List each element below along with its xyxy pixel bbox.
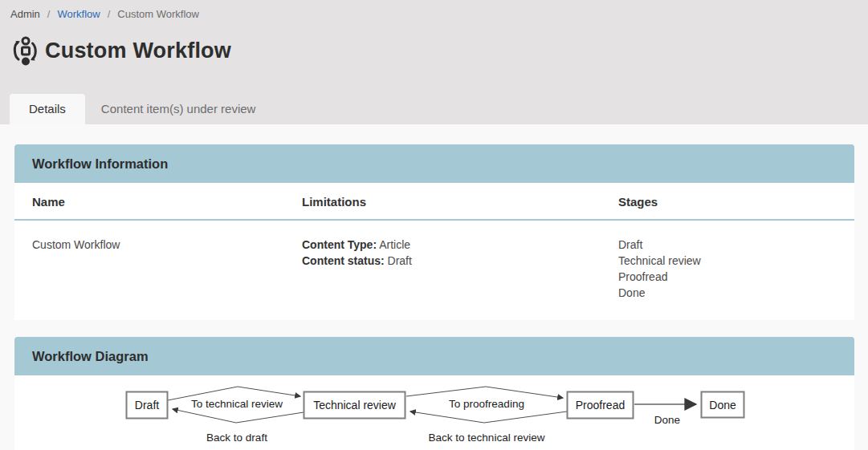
breadcrumb-separator: /	[47, 8, 51, 20]
cell-name: Custom Workflow	[32, 221, 302, 320]
cell-stages: Draft Technical review Proofread Done	[618, 221, 837, 320]
column-header-limitations: Limitations	[302, 183, 618, 219]
page: Admin / Workflow / Custom Workflow	[0, 0, 868, 450]
limitation-content-type: Content Type: Article	[302, 237, 618, 253]
node-label-technical-review: Technical review	[313, 399, 397, 411]
edge-label-to-proofreading: To proofreading	[449, 398, 524, 410]
edge-back-to-technical-review	[410, 411, 567, 423]
workflow-icon	[9, 34, 38, 67]
edge-back-to-draft	[173, 409, 304, 423]
title-row: Custom Workflow	[9, 34, 868, 67]
limitation-value: Article	[379, 238, 410, 251]
workflow-information-panel: Workflow Information Name Limitations St…	[14, 144, 854, 320]
breadcrumb: Admin / Workflow / Custom Workflow	[0, 0, 868, 20]
breadcrumb-item-admin[interactable]: Admin	[10, 8, 40, 20]
table-row: Custom Workflow Content Type: Article Co…	[14, 221, 854, 320]
stage-item: Proofread	[618, 269, 837, 285]
limitation-label: Content Type:	[302, 238, 377, 251]
workflow-diagram-panel-header: Workflow Diagram	[14, 337, 854, 375]
stage-item: Draft	[618, 237, 837, 253]
edge-label-to-technical-review: To technical review	[191, 398, 283, 410]
edge-to-proofreading	[406, 387, 563, 398]
node-label-draft: Draft	[135, 399, 159, 411]
column-header-name: Name	[32, 183, 302, 219]
breadcrumb-item-workflow[interactable]: Workflow	[57, 8, 100, 20]
page-title: Custom Workflow	[45, 39, 231, 63]
tab-details[interactable]: Details	[10, 94, 85, 124]
workflow-diagram-body: To technical review Back to draft To pro…	[14, 375, 854, 450]
tab-content-items-under-review[interactable]: Content item(s) under review	[85, 94, 272, 124]
limitation-label: Content status:	[302, 254, 385, 267]
cell-limitations: Content Type: Article Content status: Dr…	[302, 221, 618, 320]
edge-label-back-to-draft: Back to draft	[206, 432, 267, 444]
workflow-information-panel-header: Workflow Information	[14, 144, 854, 183]
workflow-diagram-panel: Workflow Diagram To techn	[14, 337, 854, 450]
breadcrumb-separator: /	[108, 8, 111, 20]
node-label-done: Done	[709, 399, 736, 411]
workflow-diagram-title: Workflow Diagram	[32, 349, 149, 364]
table-header-row: Name Limitations Stages	[14, 183, 854, 221]
page-header: Admin / Workflow / Custom Workflow	[0, 0, 868, 124]
edge-label-back-to-technical-review: Back to technical review	[429, 432, 545, 444]
breadcrumb-item-current: Custom Workflow	[117, 8, 199, 20]
stage-item: Done	[618, 285, 837, 301]
stage-item: Technical review	[618, 253, 837, 269]
limitation-value: Draft	[388, 254, 412, 267]
limitation-content-status: Content status: Draft	[302, 253, 618, 269]
edge-label-done: Done	[654, 414, 680, 426]
main-content: Workflow Information Name Limitations St…	[0, 124, 868, 450]
workflow-information-title: Workflow Information	[32, 156, 168, 172]
workflow-diagram: To technical review Back to draft To pro…	[14, 375, 854, 450]
node-label-proofread: Proofread	[576, 399, 625, 411]
workflow-information-body: Name Limitations Stages Custom Workflow …	[14, 183, 854, 320]
tab-bar: Details Content item(s) under review	[10, 94, 271, 124]
column-header-stages: Stages	[618, 183, 837, 219]
